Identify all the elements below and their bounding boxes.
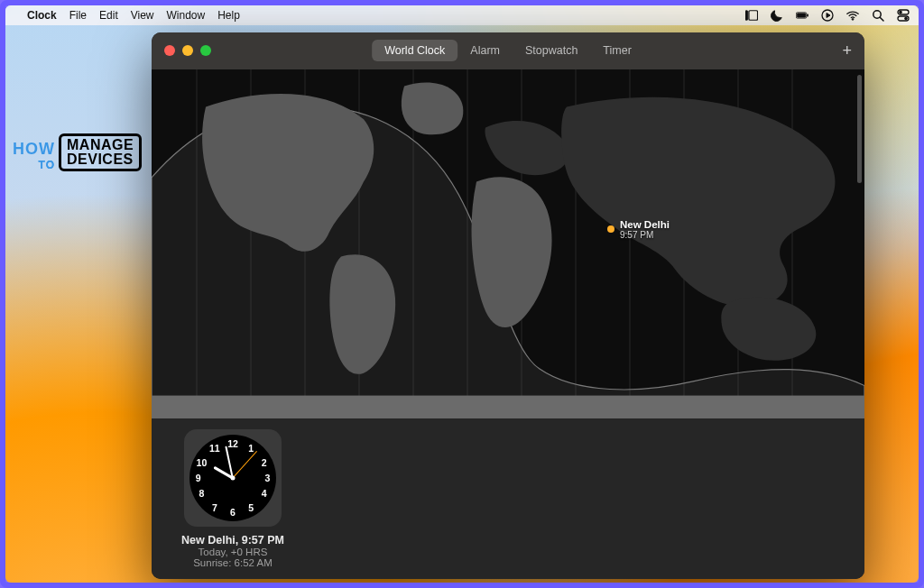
titlebar: World Clock Alarm Stopwatch Timer +: [152, 32, 864, 69]
battery-icon[interactable]: [796, 9, 808, 22]
window-controls: [164, 45, 211, 56]
minimize-button[interactable]: [182, 45, 193, 56]
watermark-to: TO: [13, 159, 55, 171]
svg-rect-3: [797, 14, 806, 17]
screen-mirroring-icon[interactable]: [821, 9, 834, 22]
tab-stopwatch[interactable]: Stopwatch: [513, 40, 590, 61]
map-scrollbar[interactable]: [857, 75, 862, 183]
menubar-app-name[interactable]: Clock: [27, 9, 57, 22]
tab-timer[interactable]: Timer: [590, 40, 643, 61]
spotlight-icon[interactable]: [872, 9, 884, 22]
card-offset: Today, +0 HRS: [181, 547, 284, 557]
watermark-line1: MANAGE: [67, 137, 134, 152]
clock-cards-row: 12 1 2 3 4 5 6 7 8 9 10 11: [152, 418, 864, 579]
svg-point-13: [905, 17, 908, 20]
svg-rect-26: [152, 395, 864, 418]
menu-view[interactable]: View: [131, 9, 154, 22]
city-pin-time: 9:57 PM: [620, 230, 670, 240]
stage-manager-icon[interactable]: [745, 9, 758, 22]
wifi-icon[interactable]: [846, 9, 859, 22]
analog-clock: 12 1 2 3 4 5 6 7 8 9 10 11: [189, 435, 276, 521]
menu-edit[interactable]: Edit: [99, 9, 118, 22]
clock-window: World Clock Alarm Stopwatch Timer +: [152, 32, 864, 579]
zoom-button[interactable]: [200, 45, 211, 56]
svg-line-9: [880, 17, 883, 21]
city-pin-name: New Delhi: [620, 219, 670, 230]
menubar-left: Clock File Edit View Window Help: [14, 9, 240, 22]
svg-marker-6: [827, 14, 830, 18]
tab-bar: World Clock Alarm Stopwatch Timer: [372, 40, 644, 61]
card-sunrise: Sunrise: 6:52 AM: [181, 557, 284, 568]
add-clock-button[interactable]: +: [842, 41, 852, 60]
svg-point-11: [900, 11, 902, 14]
do-not-disturb-icon[interactable]: [771, 9, 783, 22]
clock-pivot: [231, 476, 236, 481]
close-button[interactable]: [164, 45, 175, 56]
tab-world-clock[interactable]: World Clock: [372, 40, 457, 61]
city-pin-new-delhi[interactable]: New Delhi 9:57 PM: [607, 219, 670, 240]
menu-help[interactable]: Help: [217, 9, 240, 22]
menubar-right: [745, 9, 910, 22]
svg-rect-4: [807, 14, 808, 17]
menu-window[interactable]: Window: [167, 9, 206, 22]
clock-card-new-delhi[interactable]: 12 1 2 3 4 5 6 7 8 9 10 11: [164, 429, 301, 568]
watermark-logo: HOW TO MANAGE DEVICES: [13, 133, 142, 171]
second-hand: [233, 451, 258, 479]
watermark-how: HOW: [13, 140, 55, 158]
world-map-svg: [152, 69, 864, 418]
pin-dot-icon: [607, 225, 614, 233]
svg-rect-0: [745, 11, 748, 21]
watermark-line2: DEVICES: [67, 152, 134, 167]
menubar: Clock File Edit View Window Help: [5, 5, 919, 25]
svg-point-7: [852, 19, 854, 21]
world-map[interactable]: New Delhi 9:57 PM: [152, 69, 864, 418]
menu-file[interactable]: File: [69, 9, 87, 22]
control-center-icon[interactable]: [897, 9, 910, 22]
clock-face: 12 1 2 3 4 5 6 7 8 9 10 11: [184, 429, 282, 527]
svg-rect-1: [749, 11, 758, 21]
card-title: New Delhi, 9:57 PM: [181, 534, 284, 547]
tab-alarm[interactable]: Alarm: [457, 40, 513, 61]
